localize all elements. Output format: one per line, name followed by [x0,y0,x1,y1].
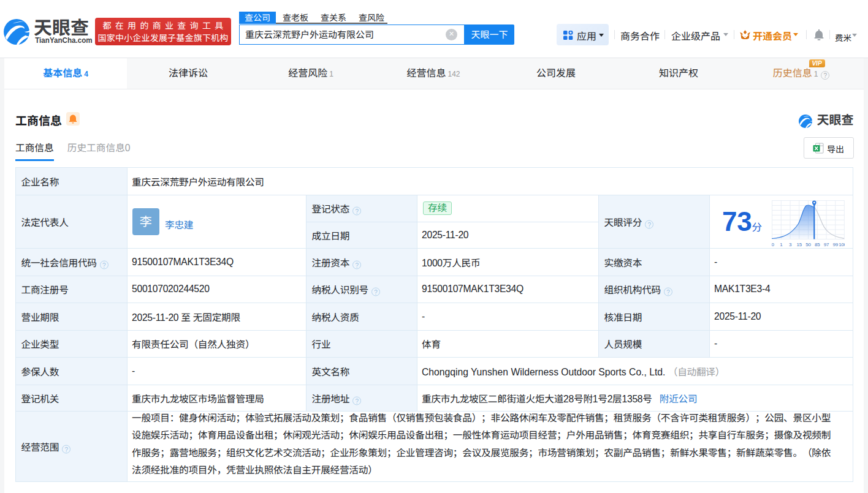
svg-text:3: 3 [789,242,792,247]
svg-text:100: 100 [839,242,845,247]
svg-text:99: 99 [833,242,839,247]
svg-text:15: 15 [797,242,802,247]
svg-text:97: 97 [824,242,829,247]
svg-text:0: 0 [772,242,774,247]
svg-text:85: 85 [815,242,820,247]
svg-text:50: 50 [805,242,811,247]
svg-text:1: 1 [780,242,783,247]
